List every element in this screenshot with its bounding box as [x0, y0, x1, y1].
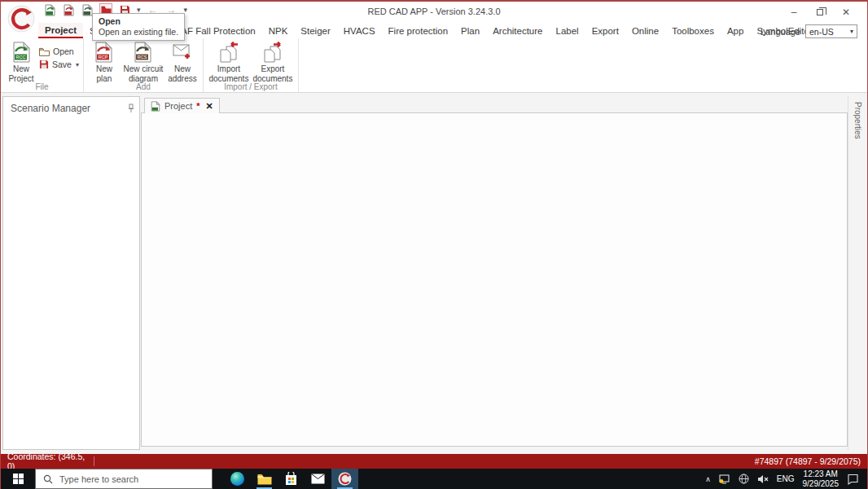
properties-panel-title: Properties: [853, 96, 862, 139]
tab-label[interactable]: Label: [549, 23, 585, 38]
taskbar-search[interactable]: [35, 469, 213, 489]
tray-language-indicator[interactable]: ENG: [777, 474, 795, 483]
taskbar-mail-button[interactable]: [305, 469, 331, 489]
qat-new-plan-button[interactable]: [62, 3, 75, 16]
taskbar-store-button[interactable]: [278, 469, 305, 489]
save-button[interactable]: Save ▾: [39, 59, 79, 69]
search-icon: [43, 474, 53, 484]
status-bar: Coordinates: (346.5, 0) #74897 (74897 - …: [1, 454, 867, 469]
windows-taskbar: ∧ ENG 12:23 AM 9/29/2025: [1, 469, 867, 489]
export-documents-icon: [262, 42, 283, 63]
language-caret-icon: ▾: [850, 28, 853, 35]
tray-date: 9/29/2025: [803, 479, 840, 489]
group-label-add: Add: [84, 82, 203, 91]
microsoft-store-icon: [285, 472, 297, 486]
maximize-button[interactable]: [807, 5, 833, 20]
tab-toolboxes[interactable]: Toolboxes: [665, 23, 721, 38]
new-project-doc-icon: [45, 4, 55, 16]
new-circuit-doc-icon: RCS: [134, 42, 152, 63]
ribbon-group-add: RCP New plan RCS New circuit diagram: [84, 38, 204, 92]
edge-icon: [230, 472, 244, 486]
tray-network-globe-icon[interactable]: [739, 474, 749, 484]
open-folder-icon: [39, 47, 50, 56]
group-label-file: File: [1, 82, 83, 91]
new-circuit-diagram-button[interactable]: RCS New circuit diagram: [122, 41, 164, 83]
tray-chevron-up-icon[interactable]: ∧: [705, 475, 711, 483]
app-window: RED CAD APP - Version 3.24.3.0 – ✕: [0, 0, 868, 489]
qat-new-project-button[interactable]: [43, 3, 56, 16]
start-button[interactable]: [1, 469, 35, 489]
tab-af-fall-protection[interactable]: AF Fall Protection: [174, 23, 261, 38]
tab-online[interactable]: Online: [625, 23, 665, 38]
project-doc-icon: [151, 101, 160, 112]
language-label: Language: [761, 27, 800, 37]
scenario-manager-panel: Scenario Manager: [2, 96, 140, 450]
save-label: Save: [52, 59, 72, 69]
export-documents-label-line1: Export: [261, 64, 285, 74]
ribbon: RCC New Project Open: [1, 38, 867, 93]
document-tab-project[interactable]: Project* ✕: [144, 98, 220, 113]
new-circuit-badge: RCS: [138, 55, 147, 59]
search-input[interactable]: [59, 474, 204, 484]
tray-time: 12:23 AM: [803, 469, 840, 479]
minimize-button[interactable]: –: [781, 5, 807, 20]
notification-center-icon[interactable]: [847, 474, 859, 485]
document-tab-label: Project: [164, 101, 192, 111]
tooltip-title: Open: [99, 16, 178, 26]
language-select[interactable]: en-US ▾: [805, 24, 857, 38]
system-tray: ∧ ENG 12:23 AM 9/29/2025: [705, 469, 867, 489]
new-plan-label-line1: New: [96, 64, 112, 74]
tab-architecture[interactable]: Architecture: [486, 23, 549, 38]
close-button[interactable]: ✕: [833, 5, 859, 20]
red-cad-icon: [338, 472, 352, 486]
new-project-badge: RCC: [15, 55, 25, 59]
new-project-doc-icon: RCC: [12, 42, 31, 63]
new-project-button[interactable]: RCC New Project: [5, 41, 37, 83]
new-address-button[interactable]: New address: [166, 41, 199, 83]
tab-app[interactable]: App: [721, 23, 750, 38]
document-tab-close-icon[interactable]: ✕: [206, 101, 213, 112]
tab-fire-protection[interactable]: Fire protection: [382, 23, 455, 38]
new-project-label-line1: New: [13, 64, 29, 74]
close-icon: ✕: [842, 7, 850, 18]
file-explorer-icon: [257, 474, 272, 485]
tab-export[interactable]: Export: [585, 23, 625, 38]
tab-steiger[interactable]: Steiger: [294, 23, 336, 38]
main-area: Scenario Manager Project* ✕ Properties: [1, 93, 867, 454]
restore-icon: [817, 9, 823, 15]
export-documents-button[interactable]: Export documents: [252, 41, 294, 83]
pin-icon[interactable]: [128, 104, 134, 113]
new-plan-doc-icon: RCP: [94, 42, 113, 63]
open-tooltip: Open Open an existing file.: [92, 13, 185, 41]
open-button[interactable]: Open: [39, 46, 79, 56]
new-circuit-label-line1: New circuit: [124, 64, 164, 74]
tooltip-body: Open an existing file.: [99, 27, 178, 37]
app-logo-icon[interactable]: [7, 5, 35, 33]
open-label: Open: [53, 46, 74, 56]
ribbon-group-import-export: Import documents Export documents Import…: [204, 38, 299, 92]
tab-hvacs[interactable]: HVACS: [337, 23, 382, 38]
mail-icon: [311, 474, 325, 484]
taskbar-red-cad-button[interactable]: [331, 469, 358, 489]
tray-volume-muted-icon[interactable]: [757, 474, 769, 484]
import-documents-button[interactable]: Import documents: [208, 41, 250, 83]
windows-logo-icon: [13, 474, 24, 484]
tab-npk[interactable]: NPK: [262, 23, 295, 38]
document-modified-mark: *: [196, 101, 199, 111]
new-plan-button[interactable]: RCP New plan: [88, 41, 121, 83]
taskbar-file-explorer-button[interactable]: [251, 469, 278, 489]
import-documents-icon: [218, 42, 239, 63]
properties-panel-collapsed[interactable]: Properties: [848, 96, 867, 450]
taskbar-app-icons: [224, 469, 358, 489]
import-documents-label-line1: Import: [217, 64, 240, 74]
taskbar-edge-button[interactable]: [224, 469, 251, 489]
tab-plan[interactable]: Plan: [454, 23, 486, 38]
tab-project[interactable]: Project: [38, 23, 83, 38]
tray-display-icon[interactable]: [719, 474, 730, 484]
language-control: Language en-US ▾: [761, 24, 857, 38]
new-circuit-doc-icon: [82, 4, 93, 16]
scenario-manager-title: Scenario Manager: [11, 103, 90, 114]
save-floppy-icon: [39, 59, 49, 69]
tray-clock[interactable]: 12:23 AM 9/29/2025: [803, 469, 840, 489]
drawing-canvas[interactable]: [141, 112, 848, 447]
